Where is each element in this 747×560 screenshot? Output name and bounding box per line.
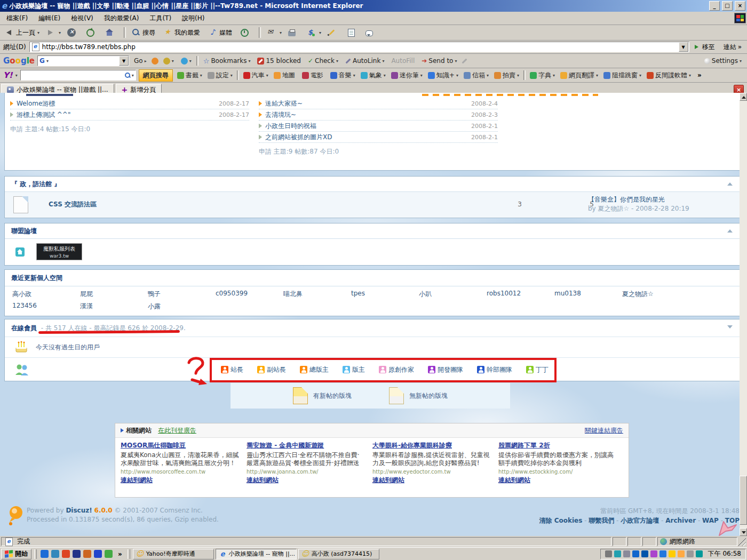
yahoo-toolbar-button[interactable]: 迷你筆▾	[390, 70, 424, 81]
collapse-icon[interactable]	[727, 182, 733, 186]
scroll-down-button[interactable]	[740, 528, 747, 536]
app-4-icon[interactable]	[73, 550, 81, 558]
space-link[interactable]: 小趴	[419, 290, 487, 299]
news-icon[interactable]	[152, 58, 158, 65]
task-button[interactable]: Yahoo!奇摩即時通	[133, 549, 214, 559]
topic-link[interactable]: 送給大家搭~	[265, 99, 468, 108]
ad-visit-link[interactable]: 連結到網站	[498, 476, 530, 484]
start-button[interactable]: 開始	[1, 549, 31, 559]
google-go-button[interactable]: Go▸	[132, 56, 149, 66]
yahoo-toolbar-button[interactable]: 地圖	[272, 70, 298, 81]
yahoo-toolbar-button[interactable]: 氣象▾	[359, 70, 387, 81]
bookmarks-button[interactable]: ☆Bookmarks▾	[201, 56, 253, 66]
scroll-thumb[interactable]	[740, 476, 747, 525]
taskbar-handle[interactable]	[128, 549, 130, 559]
toolbar-button[interactable]	[237, 27, 256, 38]
yahoo-search-input[interactable]	[21, 71, 124, 79]
address-input[interactable]	[41, 43, 679, 51]
ime-icon[interactable]	[696, 550, 703, 557]
toolbar-button[interactable]: 我的最愛	[161, 27, 205, 39]
yahoo-toolbar-button[interactable]: 書籤▾	[176, 70, 204, 81]
internet-explorer-icon[interactable]	[41, 550, 49, 558]
publish-ad-link[interactable]: 在此刊登廣告	[158, 426, 196, 435]
ad-title-link[interactable]: 喬安旅遊 - 金典中國新遊蹤	[247, 441, 365, 450]
space-link[interactable]: 屁屁	[80, 290, 148, 299]
space-link[interactable]: 123456	[12, 302, 80, 311]
collapse-icon[interactable]	[727, 229, 733, 233]
autofill-button[interactable]: AutoFill	[389, 56, 417, 66]
ad-visit-link[interactable]: 連結到網站	[121, 476, 153, 484]
discuz-brand[interactable]: Discuz!	[66, 507, 92, 514]
forum-link[interactable]: CSS 交流語法區	[49, 200, 97, 209]
keyword-ads-link[interactable]: 關鍵連結廣告	[585, 426, 623, 435]
network-icon[interactable]	[623, 550, 630, 557]
menu-item[interactable]: 檔案(F)	[1, 12, 33, 25]
close-button[interactable]: ×	[735, 1, 745, 11]
popup-blocked-button[interactable]: 15 blocked	[255, 56, 303, 66]
links-button[interactable]: 連結 »	[720, 42, 745, 52]
menu-item[interactable]: 編輯(E)	[33, 12, 66, 25]
app-a-icon[interactable]	[632, 550, 639, 557]
space-link[interactable]: 夏之物語☆	[622, 290, 690, 299]
blogger-button[interactable]: ▾	[179, 57, 194, 66]
scroll-up-button[interactable]	[740, 93, 747, 101]
ad-title-link[interactable]: 股票網路下單 2折	[498, 441, 617, 450]
menu-item[interactable]: 我的最愛(A)	[99, 12, 145, 25]
customize-button[interactable]: ▾	[161, 57, 176, 66]
space-link[interactable]: mu0138	[554, 290, 622, 299]
toolbar-button[interactable]	[285, 28, 303, 38]
taskbar-handle[interactable]	[34, 549, 37, 559]
toolbar-button[interactable]	[362, 28, 380, 38]
yahoo-toolbar-button[interactable]: 拍賣▾	[492, 70, 521, 81]
menu-item[interactable]: 工具(T)	[144, 12, 177, 25]
address-dropdown-icon[interactable]: ▼	[679, 42, 688, 52]
google-search-input[interactable]	[49, 57, 119, 65]
spellcheck-button[interactable]: ✓Check▾	[306, 56, 340, 66]
task-button[interactable]: 小政娛樂論壇 -- 寵物 ||...	[216, 549, 297, 559]
vertical-scrollbar[interactable]	[740, 93, 747, 536]
toolbar-button[interactable]: 媒體	[205, 27, 237, 39]
toolbar-button[interactable]	[102, 27, 121, 38]
yahoo-logo[interactable]: Y!	[3, 70, 13, 80]
collapse-icon[interactable]	[727, 325, 733, 329]
toolbar-button[interactable]	[83, 27, 102, 38]
yahoo-toolbar-button[interactable]: 設定▾	[206, 70, 234, 81]
google-search-dropdown-icon[interactable]: ▼	[119, 56, 129, 66]
space-link[interactable]: 喵北鼻	[283, 290, 351, 299]
media-player-icon[interactable]	[614, 550, 621, 557]
space-link[interactable]: tpes	[351, 290, 419, 299]
last-post-link[interactable]: 【音樂盒】你們是我的星光	[588, 195, 735, 204]
toolbar-button[interactable]: 上一頁▾	[2, 27, 43, 39]
toolbar-button[interactable]	[324, 27, 344, 38]
yahoo-overflow-button[interactable]: »	[695, 71, 704, 79]
footer-link[interactable]: Archiver	[665, 517, 696, 524]
yahoo-toolbar-button[interactable]: 汽車▾	[242, 70, 270, 81]
yahoo-toolbar-button[interactable]: 阻擋跳窗▾	[602, 70, 643, 81]
yahoo-toolbar-button[interactable]: 反間諜軟體▾	[645, 70, 693, 81]
app-7-icon[interactable]	[105, 550, 113, 558]
topic-link[interactable]: 小政生日時的祝福	[265, 122, 468, 131]
menu-item[interactable]: 檢視(V)	[66, 12, 99, 25]
home-icon[interactable]	[15, 247, 25, 257]
menu-item[interactable]: 說明(H)	[177, 12, 210, 25]
ad-title-link[interactable]: 大學眼科-給你專業眼科診療	[372, 441, 491, 450]
yahoo-toolbar-button[interactable]: 音樂▾	[329, 70, 357, 81]
space-link[interactable]: 漢漢	[80, 302, 148, 311]
quick-launch-overflow[interactable]: »	[115, 550, 125, 558]
google-settings-button[interactable]: Settings▾	[702, 56, 744, 66]
space-link[interactable]: c0950399	[216, 290, 283, 299]
ad-visit-link[interactable]: 連結到網站	[247, 476, 279, 484]
purple-app-icon[interactable]	[650, 550, 657, 557]
mail-tray-icon[interactable]	[678, 550, 685, 557]
topic-link[interactable]: 游標上傳測試 ^^"	[17, 110, 216, 119]
maximize-button[interactable]: □	[722, 1, 733, 11]
app-3-icon[interactable]	[62, 550, 70, 558]
yahoo-toolbar-button[interactable]: 網頁翻譯▾	[559, 70, 600, 81]
footer-link[interactable]: 清除 Cookies	[539, 517, 582, 524]
app-5-icon[interactable]	[83, 550, 91, 558]
task-button[interactable]: 高小政 (asd7374415)	[298, 549, 379, 559]
resize-grip[interactable]	[738, 537, 746, 546]
app-6-icon[interactable]	[94, 550, 102, 558]
autolink-button[interactable]: AutoLink▾	[343, 56, 386, 66]
messenger-tray-icon[interactable]	[659, 550, 666, 557]
